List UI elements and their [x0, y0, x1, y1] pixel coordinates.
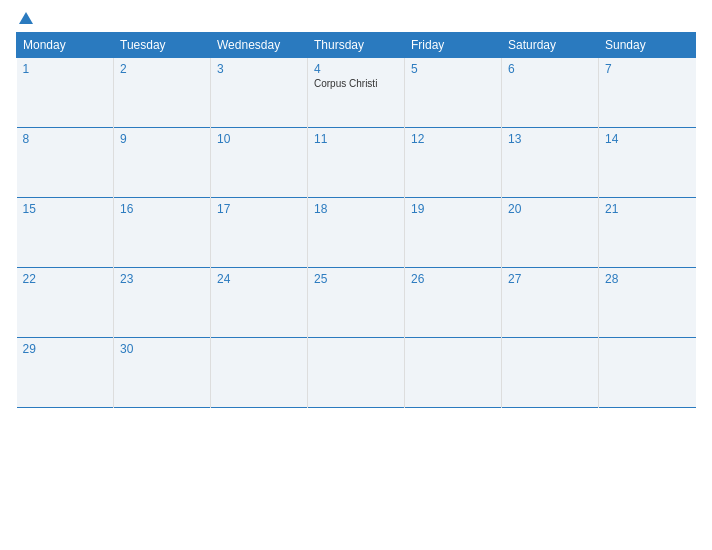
header: [16, 12, 696, 24]
day-number: 2: [120, 62, 204, 76]
day-number: 13: [508, 132, 592, 146]
calendar-day-cell: 20: [502, 198, 599, 268]
day-number: 6: [508, 62, 592, 76]
day-number: 4: [314, 62, 398, 76]
calendar-day-cell: [405, 338, 502, 408]
calendar-day-cell: 19: [405, 198, 502, 268]
calendar-week-row: 891011121314: [17, 128, 696, 198]
event-label: Corpus Christi: [314, 78, 398, 89]
logo-triangle-icon: [19, 12, 33, 24]
day-number: 17: [217, 202, 301, 216]
day-number: 26: [411, 272, 495, 286]
day-number: 23: [120, 272, 204, 286]
calendar-day-cell: 24: [211, 268, 308, 338]
calendar-day-cell: 13: [502, 128, 599, 198]
calendar-day-header: Tuesday: [114, 33, 211, 58]
day-number: 20: [508, 202, 592, 216]
day-number: 21: [605, 202, 690, 216]
calendar-day-cell: 1: [17, 58, 114, 128]
calendar-day-cell: 16: [114, 198, 211, 268]
day-number: 14: [605, 132, 690, 146]
calendar-day-cell: [502, 338, 599, 408]
calendar-day-cell: 28: [599, 268, 696, 338]
calendar-day-cell: 22: [17, 268, 114, 338]
calendar-day-header: Thursday: [308, 33, 405, 58]
calendar-week-row: 1234Corpus Christi567: [17, 58, 696, 128]
day-number: 11: [314, 132, 398, 146]
calendar-day-cell: 15: [17, 198, 114, 268]
calendar-day-cell: 18: [308, 198, 405, 268]
calendar-day-cell: 2: [114, 58, 211, 128]
calendar-day-cell: 12: [405, 128, 502, 198]
calendar-day-header: Friday: [405, 33, 502, 58]
day-number: 25: [314, 272, 398, 286]
calendar-day-cell: 26: [405, 268, 502, 338]
calendar-header-row: MondayTuesdayWednesdayThursdayFridaySatu…: [17, 33, 696, 58]
day-number: 30: [120, 342, 204, 356]
calendar-day-cell: [599, 338, 696, 408]
day-number: 24: [217, 272, 301, 286]
calendar-day-cell: 21: [599, 198, 696, 268]
calendar-day-cell: 14: [599, 128, 696, 198]
calendar-day-cell: 4Corpus Christi: [308, 58, 405, 128]
calendar-day-cell: 8: [17, 128, 114, 198]
calendar-day-cell: 3: [211, 58, 308, 128]
day-number: 15: [23, 202, 108, 216]
day-number: 1: [23, 62, 108, 76]
calendar-day-cell: 6: [502, 58, 599, 128]
day-number: 7: [605, 62, 690, 76]
calendar-day-cell: 9: [114, 128, 211, 198]
calendar-day-header: Monday: [17, 33, 114, 58]
calendar-day-header: Saturday: [502, 33, 599, 58]
calendar-day-cell: 27: [502, 268, 599, 338]
day-number: 28: [605, 272, 690, 286]
calendar-day-cell: 10: [211, 128, 308, 198]
day-number: 12: [411, 132, 495, 146]
calendar-table: MondayTuesdayWednesdayThursdayFridaySatu…: [16, 32, 696, 408]
calendar-day-cell: 30: [114, 338, 211, 408]
day-number: 3: [217, 62, 301, 76]
day-number: 18: [314, 202, 398, 216]
day-number: 22: [23, 272, 108, 286]
day-number: 9: [120, 132, 204, 146]
calendar-day-cell: 11: [308, 128, 405, 198]
day-number: 27: [508, 272, 592, 286]
logo: [16, 12, 35, 24]
calendar-week-row: 22232425262728: [17, 268, 696, 338]
calendar-day-cell: 7: [599, 58, 696, 128]
calendar-day-cell: [308, 338, 405, 408]
calendar-day-header: Sunday: [599, 33, 696, 58]
calendar-day-cell: [211, 338, 308, 408]
page: MondayTuesdayWednesdayThursdayFridaySatu…: [0, 0, 712, 550]
calendar-day-header: Wednesday: [211, 33, 308, 58]
day-number: 8: [23, 132, 108, 146]
calendar-day-cell: 25: [308, 268, 405, 338]
day-number: 19: [411, 202, 495, 216]
day-number: 5: [411, 62, 495, 76]
calendar-day-cell: 29: [17, 338, 114, 408]
calendar-day-cell: 17: [211, 198, 308, 268]
calendar-day-cell: 5: [405, 58, 502, 128]
day-number: 10: [217, 132, 301, 146]
day-number: 29: [23, 342, 108, 356]
calendar-week-row: 2930: [17, 338, 696, 408]
calendar-week-row: 15161718192021: [17, 198, 696, 268]
calendar-day-cell: 23: [114, 268, 211, 338]
day-number: 16: [120, 202, 204, 216]
